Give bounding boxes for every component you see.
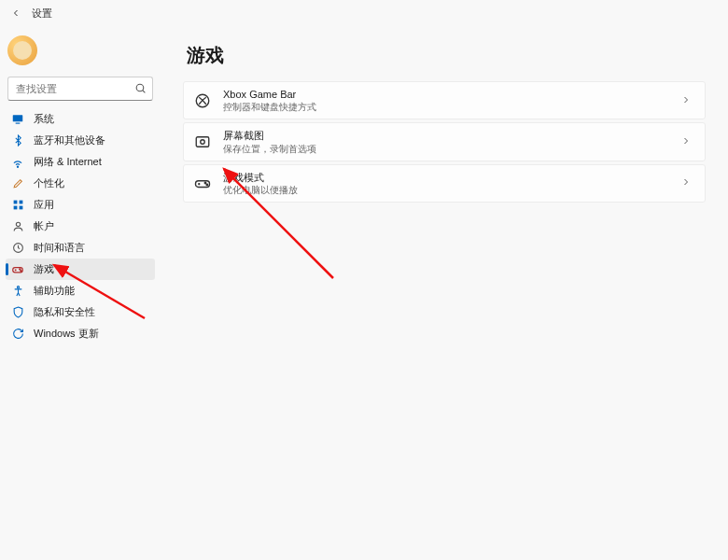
sidebar-item-accounts[interactable]: 帐户 [6,216,155,237]
sidebar-item-label: 蓝牙和其他设备 [34,133,105,147]
gamepad-icon [11,263,24,276]
grid-icon [11,199,24,212]
svg-point-8 [16,222,20,226]
wifi-icon [11,156,24,169]
clock-icon [11,242,24,255]
svg-point-13 [17,287,19,288]
sidebar-item-personalization[interactable]: 个性化 [6,173,155,194]
sidebar-item-accessibility[interactable]: 辅助功能 [6,280,155,301]
card-xbox-game-bar[interactable]: Xbox Game Bar 控制器和键盘快捷方式 [183,81,706,119]
main-content: 游戏 Xbox Game Bar 控制器和键盘快捷方式 屏幕截图 保存位置，录制… [161,26,728,560]
chevron-right-icon [680,94,693,107]
sidebar-item-label: 帐户 [34,219,54,233]
brush-icon [11,177,24,190]
card-title: 屏幕截图 [223,129,680,142]
svg-point-3 [17,166,18,167]
sidebar: 系统 蓝牙和其他设备 网络 & Internet 个性化 应用 [0,26,161,560]
sidebar-item-privacy[interactable]: 隐私和安全性 [6,301,155,323]
titlebar-label: 设置 [32,7,52,21]
back-button[interactable] [7,5,24,21]
card-captures[interactable]: 屏幕截图 保存位置，录制首选项 [183,122,706,161]
sidebar-item-label: Windows 更新 [34,327,99,341]
arrow-left-icon [10,7,21,19]
capture-icon [193,133,212,151]
svg-point-12 [21,270,21,271]
xbox-icon [193,91,212,110]
svg-rect-7 [19,206,22,210]
svg-rect-15 [196,137,209,147]
sidebar-item-label: 个性化 [34,176,64,190]
svg-rect-1 [13,115,23,121]
page-title: 游戏 [187,43,706,68]
search-input[interactable] [7,77,153,101]
sidebar-item-label: 应用 [34,198,54,212]
svg-point-0 [136,84,144,91]
person-icon [11,220,24,233]
card-game-mode[interactable]: 游戏模式 优化电脑以便播放 [183,164,706,203]
svg-point-19 [206,184,208,186]
bluetooth-icon [11,134,24,147]
sidebar-item-label: 时间和语言 [34,241,85,255]
card-subtitle: 保存位置，录制首选项 [223,143,680,155]
sidebar-item-gaming[interactable]: 游戏 [6,259,155,280]
sidebar-item-label: 系统 [34,112,54,126]
svg-point-18 [204,182,206,184]
sidebar-item-label: 游戏 [34,262,54,276]
shield-icon [11,306,24,319]
svg-rect-5 [19,201,22,204]
update-icon [11,328,24,341]
svg-rect-4 [13,201,17,204]
monitor-icon [11,113,24,126]
card-subtitle: 控制器和键盘快捷方式 [223,101,680,113]
card-subtitle: 优化电脑以便播放 [223,184,680,196]
sidebar-item-windows-update[interactable]: Windows 更新 [6,323,155,344]
gamemode-icon [193,174,212,192]
svg-rect-6 [13,206,17,210]
search-icon [134,82,147,95]
sidebar-item-system[interactable]: 系统 [6,108,155,130]
card-title: Xbox Game Bar [223,88,680,101]
user-avatar-area[interactable] [6,30,155,71]
accessibility-icon [11,285,24,298]
svg-rect-2 [16,122,21,123]
search-box[interactable] [7,77,153,101]
sidebar-item-label: 隐私和安全性 [34,305,95,319]
sidebar-item-bluetooth[interactable]: 蓝牙和其他设备 [6,130,155,151]
chevron-right-icon [680,135,693,148]
sidebar-item-time-language[interactable]: 时间和语言 [6,237,155,259]
svg-point-16 [201,140,205,145]
sidebar-item-label: 辅助功能 [34,284,75,298]
chevron-right-icon [680,176,693,189]
svg-point-11 [20,268,21,269]
titlebar: 设置 [0,0,728,26]
card-title: 游戏模式 [223,171,680,184]
sidebar-item-label: 网络 & Internet [34,155,102,169]
avatar [7,35,37,65]
sidebar-item-network[interactable]: 网络 & Internet [6,151,155,173]
sidebar-item-apps[interactable]: 应用 [6,194,155,216]
